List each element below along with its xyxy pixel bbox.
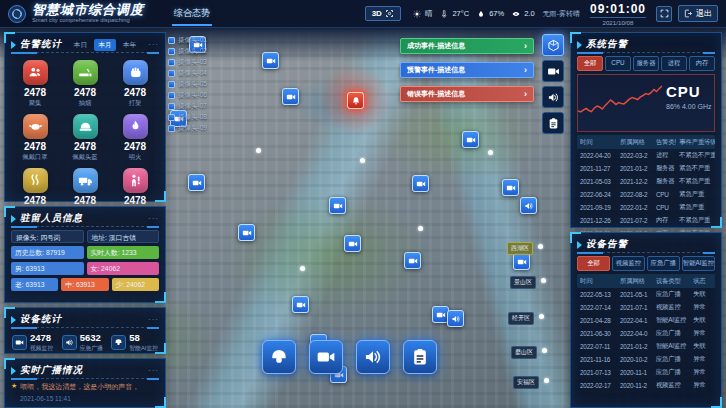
- system-alarm-tab[interactable]: 服务器: [633, 56, 659, 71]
- device-alarm-tab[interactable]: 视频监控: [612, 256, 645, 271]
- alarm-period-tab[interactable]: 本年: [119, 39, 141, 51]
- device-stat-item[interactable]: 2478 视频监控: [12, 333, 53, 353]
- device-count: 5632: [80, 333, 103, 343]
- ai-monitor-button[interactable]: [262, 340, 296, 374]
- system-alarm-tab[interactable]: 内存: [689, 56, 715, 71]
- table-row[interactable]: 2022-02-17 2020-11-2 视频监控 异常: [577, 379, 715, 392]
- thermometer-icon: [440, 10, 448, 18]
- panel-menu-button[interactable]: ···: [148, 40, 159, 49]
- alarm-count: 2478: [11, 195, 59, 206]
- map-device-list-item[interactable]: 摄像头-09: [168, 124, 207, 133]
- panel-menu-button[interactable]: ···: [148, 366, 159, 375]
- alarm-stat-card[interactable]: 2478 抽烟: [61, 58, 109, 110]
- camera-marker[interactable]: [238, 224, 255, 241]
- table-row[interactable]: 2021-09-19 2022-01-2 CPU 紧急严重: [577, 201, 715, 214]
- camera-marker[interactable]: [502, 179, 519, 196]
- table-row[interactable]: 2021-04-28 2022-04-1 智能AI监控 失联: [577, 314, 715, 327]
- table-row[interactable]: 2021-05-03 2021-12-2 服务器 不紧急严重: [577, 175, 715, 188]
- camera-marker[interactable]: [282, 88, 299, 105]
- map-device-list-item[interactable]: 摄像头-06: [168, 91, 207, 100]
- device-alarm-table: 时间 所属网格 设备类型 状态 2022-05-13 2021-05-1 应急广…: [577, 274, 715, 392]
- camera-marker[interactable]: [404, 252, 421, 269]
- device-stat-item[interactable]: 58 智能AI监控: [111, 333, 158, 353]
- camera-marker[interactable]: [188, 174, 205, 191]
- camera-marker[interactable]: [344, 235, 361, 252]
- device-alarm-tab[interactable]: 全部: [577, 256, 610, 271]
- system-alarm-tab[interactable]: CPU: [605, 56, 631, 71]
- map-device-list-item[interactable]: 摄像头-01: [168, 36, 207, 45]
- map-device-list-item[interactable]: 摄像头-04: [168, 69, 207, 78]
- event-toast[interactable]: 错误事件-描述信息 ›: [400, 86, 534, 102]
- device-alarm-tab[interactable]: 智能AI监控: [682, 256, 715, 271]
- alarm-count: 2478: [111, 141, 159, 152]
- map-device-list-item[interactable]: 摄像头-07: [168, 102, 207, 111]
- map-device-list-item[interactable]: 摄像头-08: [168, 113, 207, 122]
- camera-point-icon: [168, 48, 175, 55]
- table-row[interactable]: 2021-06-30 2022-04-0 应急广播 异常: [577, 327, 715, 340]
- speaker-marker[interactable]: [447, 310, 464, 327]
- camera-marker[interactable]: [412, 175, 429, 192]
- logout-label: 退出: [696, 8, 712, 19]
- event-report-button[interactable]: [403, 340, 437, 374]
- chevron-right-icon[interactable]: ›: [524, 42, 527, 51]
- speaker-icon: [62, 335, 77, 350]
- chevron-right-icon[interactable]: ›: [524, 66, 527, 75]
- device-stat-item[interactable]: 5632 应急广播: [62, 333, 103, 353]
- speaker-marker[interactable]: [520, 197, 537, 214]
- alarm-count: 2478: [111, 195, 159, 206]
- camera-marker[interactable]: [462, 131, 479, 148]
- event-log-button[interactable]: [542, 112, 564, 134]
- smart-city-dashboard: 西湖区景山区经开区婺山区安福区 摄像头-01 摄像头-02 摄像头-03: [0, 0, 726, 408]
- camera-marker[interactable]: [329, 197, 346, 214]
- chevron-right-icon[interactable]: ›: [524, 90, 527, 99]
- table-row[interactable]: 2021-11-16 2020-10-2 应急广播 异常: [577, 353, 715, 366]
- camera-marker[interactable]: [513, 253, 530, 270]
- alarm-period-tab[interactable]: 本月: [94, 39, 116, 51]
- map-device-list-item[interactable]: 摄像头-05: [168, 80, 207, 89]
- table-row[interactable]: 2022-04-20 2022-03-2 进程 不紧急不严重: [577, 149, 715, 162]
- 3d-mode-toggle[interactable]: 3D: [365, 6, 401, 21]
- map-device-list-item[interactable]: 摄像头-02: [168, 47, 207, 56]
- video-camera-button[interactable]: [309, 340, 343, 374]
- fullscreen-button[interactable]: [656, 6, 672, 22]
- table-row[interactable]: 2021-07-13 2020-11-1 应急广播 异常: [577, 366, 715, 379]
- camera-marker[interactable]: [262, 52, 279, 69]
- table-row[interactable]: 2022-07-14 2021-07-1 视频监控 异常: [577, 301, 715, 314]
- table-row[interactable]: 2022-06-24 2022-08-2 CPU 紧急严重: [577, 188, 715, 201]
- panel-menu-button[interactable]: ···: [148, 214, 159, 223]
- panel-device-statistics: 设备统计 ··· 2478 视频监控 5632 应急广播: [4, 307, 166, 354]
- alarm-type-label: 抽烟: [61, 99, 109, 108]
- alarm-count: 2478: [11, 87, 59, 98]
- alarm-stat-card[interactable]: 2478 佩戴口罩: [11, 112, 59, 164]
- camera-marker[interactable]: [292, 296, 309, 313]
- panel-menu-button[interactable]: ···: [148, 315, 159, 324]
- cpu-line-chart: [578, 75, 662, 131]
- swirl-icon: [8, 5, 26, 23]
- system-alarm-tab[interactable]: 全部: [577, 56, 603, 71]
- broadcast-button[interactable]: [356, 340, 390, 374]
- toast-label: 成功事件-描述信息: [407, 41, 465, 51]
- 3d-view-button[interactable]: [542, 34, 564, 56]
- video-monitor-button[interactable]: [542, 60, 564, 82]
- event-toast[interactable]: 预警事件-描述信息 ›: [400, 62, 534, 78]
- device-alarm-tab[interactable]: 应急广播: [647, 256, 680, 271]
- table-row[interactable]: 2022-07-11 2021-01-2 智能AI监控 失联: [577, 340, 715, 353]
- logout-button[interactable]: 退出: [678, 5, 718, 22]
- right-icon-rail: [542, 34, 564, 134]
- cpu-load-chart: CPU 86% 4.00 GHz: [577, 74, 715, 132]
- alarm-period-tab[interactable]: 本日: [70, 39, 92, 51]
- alarm-stat-card[interactable]: 2478 打架: [111, 58, 159, 110]
- alarm-stat-card[interactable]: 2478 明火: [111, 112, 159, 164]
- alarm-stat-card[interactable]: 2478 聚集: [11, 58, 59, 110]
- alarm-stat-card[interactable]: 2478 佩戴头盔: [61, 112, 109, 164]
- nav-tab-overview[interactable]: 综合态势: [172, 1, 212, 26]
- map-device-list-item[interactable]: 摄像头-03: [168, 58, 207, 67]
- table-row[interactable]: 2022-05-13 2021-05-1 应急广播 失联: [577, 288, 715, 301]
- table-row[interactable]: 2021-11-27 2021-01-2 服务器 紧急不严重: [577, 162, 715, 175]
- weather-humidity: 67%: [477, 9, 504, 18]
- system-alarm-tab[interactable]: 进程: [661, 56, 687, 71]
- table-row[interactable]: 2021-12-26 2021-07-2 内存 不紧急严重: [577, 214, 715, 227]
- broadcast-devices-button[interactable]: [542, 86, 564, 108]
- event-toast[interactable]: 成功事件-描述信息 ›: [400, 38, 534, 54]
- alarm-marker[interactable]: [347, 92, 364, 109]
